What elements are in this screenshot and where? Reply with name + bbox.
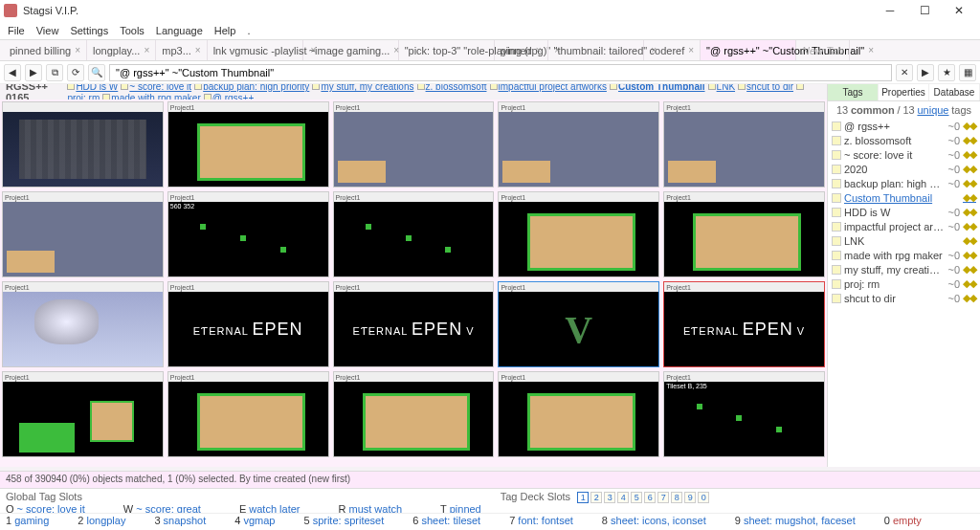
object-tag-chip[interactable]: Custom Thumbnail bbox=[618, 84, 705, 92]
thumbnail[interactable]: Project1 bbox=[167, 101, 329, 188]
tab[interactable]: New Tab bbox=[796, 40, 850, 60]
deck-item[interactable]: 7 font: fontset bbox=[509, 515, 573, 529]
deck-item[interactable]: 2 longplay bbox=[78, 515, 125, 529]
menu-tools[interactable]: Tools bbox=[120, 25, 145, 36]
deck-num-button[interactable]: 0 bbox=[698, 492, 709, 503]
object-tag-chip[interactable]: shcut to dir bbox=[746, 84, 793, 92]
panel-tag-item[interactable]: HDD is W~0◆◆ bbox=[828, 205, 980, 219]
run-button[interactable]: ▶ bbox=[917, 64, 934, 81]
thumbnail[interactable]: Project1 bbox=[2, 191, 164, 277]
tab-close-icon[interactable]: × bbox=[75, 45, 80, 55]
thumbnail[interactable]: Project1 bbox=[2, 371, 164, 457]
deck-num-button[interactable]: 2 bbox=[590, 492, 602, 503]
panel-tag-item[interactable]: 2020~0◆◆ bbox=[828, 162, 980, 176]
deck-item[interactable]: 6 sheet: tileset bbox=[412, 515, 480, 529]
object-tag-chip[interactable]: @ rgss++ bbox=[212, 93, 255, 99]
thumbnail[interactable]: Project1 bbox=[2, 281, 164, 367]
menu-.[interactable]: . bbox=[247, 25, 250, 36]
panel-tab-properties[interactable]: Properties bbox=[879, 84, 929, 100]
tab-close-icon[interactable]: × bbox=[688, 45, 694, 55]
menu-help[interactable]: Help bbox=[214, 25, 236, 36]
object-tag-chip[interactable]: LNK bbox=[717, 84, 735, 92]
deck-item[interactable]: 5 sprite: spriteset bbox=[303, 515, 384, 529]
tab-close-icon[interactable]: × bbox=[195, 45, 201, 55]
deck-num-button[interactable]: 6 bbox=[644, 492, 656, 503]
panel-tag-item[interactable]: z. blossomsoft~0◆◆ bbox=[828, 133, 980, 147]
tab[interactable]: ~image gaming...× bbox=[303, 40, 399, 60]
menu-view[interactable]: View bbox=[36, 25, 59, 36]
menu-language[interactable]: Language bbox=[156, 25, 203, 36]
panel-tag-item[interactable]: @ rgss++~0◆◆ bbox=[828, 119, 980, 133]
thumbnail[interactable]: Project1 bbox=[498, 101, 659, 188]
object-tag-chip[interactable]: z. blossomsoft bbox=[426, 84, 487, 92]
thumbnail[interactable]: Project1EƬERNAL EPEN V bbox=[663, 281, 825, 367]
screenshot-button[interactable]: ⧉ bbox=[46, 64, 63, 81]
object-tag-chip[interactable]: made with rpg maker bbox=[111, 93, 200, 99]
deck-num-button[interactable]: 1 bbox=[577, 492, 589, 503]
deck-item[interactable]: 4 vgmap bbox=[234, 515, 275, 529]
minimize-button[interactable]: ─ bbox=[873, 0, 907, 21]
thumbnail[interactable]: Project1 bbox=[333, 191, 495, 277]
object-tag-chip[interactable]: proj: rm bbox=[67, 93, 100, 99]
tab[interactable]: lnk vgmusic -playlist× bbox=[208, 40, 303, 60]
tab[interactable]: "@ rgss++" ~"Custom Thumbnail"× bbox=[701, 40, 796, 60]
panel-tag-item[interactable]: backup plan: high priority~0◆◆ bbox=[828, 176, 980, 190]
object-tag-chip[interactable]: ~ score: love it bbox=[129, 84, 191, 92]
panel-tab-database[interactable]: Database bbox=[929, 84, 980, 100]
lens-icon[interactable]: 🔍 bbox=[88, 64, 105, 81]
deck-num-button[interactable]: 9 bbox=[684, 492, 696, 503]
deck-num-button[interactable]: 3 bbox=[604, 492, 615, 503]
menu-file[interactable]: File bbox=[8, 25, 25, 36]
thumbnail[interactable]: Project1 bbox=[333, 371, 495, 457]
deck-item[interactable]: 3 snapshot bbox=[154, 515, 206, 529]
tab[interactable]: pinned billing× bbox=[4, 40, 87, 60]
object-tag-chip[interactable]: my stuff, my creations bbox=[321, 84, 413, 92]
panel-tag-item[interactable]: LNK◆◆ bbox=[828, 233, 980, 248]
panel-tag-item[interactable]: Custom Thumbnail◆◆ bbox=[828, 190, 980, 205]
thumbnail[interactable]: Project1560 352 bbox=[167, 191, 329, 277]
tab[interactable]: longplay...× bbox=[87, 40, 156, 60]
menu-settings[interactable]: Settings bbox=[70, 25, 108, 36]
object-tag-chip[interactable]: impactful project artworks bbox=[499, 84, 607, 92]
panel-tag-item[interactable]: made with rpg maker~0◆◆ bbox=[828, 248, 980, 262]
tab[interactable]: coderef× bbox=[644, 40, 702, 60]
thumbnail[interactable]: Project1 bbox=[498, 191, 659, 277]
nav-back-button[interactable]: ◀ bbox=[4, 64, 21, 81]
thumbnail[interactable]: Project1 bbox=[663, 191, 825, 277]
deck-item[interactable]: 0 empty bbox=[884, 515, 922, 529]
thumbnail[interactable]: Project1 bbox=[498, 371, 659, 457]
panel-tag-item[interactable]: shcut to dir~0◆◆ bbox=[828, 291, 980, 305]
nav-fwd-button[interactable]: ▶ bbox=[25, 64, 42, 81]
refresh-button[interactable]: ⟳ bbox=[67, 64, 84, 81]
thumbnail[interactable]: Project1 bbox=[333, 101, 495, 188]
search-input[interactable] bbox=[109, 64, 892, 81]
panel-tag-item[interactable]: my stuff, my creations~0◆◆ bbox=[828, 262, 980, 276]
thumbnail[interactable]: Project1 bbox=[663, 101, 825, 188]
panel-tag-item[interactable]: impactful project artworks~0◆◆ bbox=[828, 219, 980, 233]
deck-item[interactable]: 1 gaming bbox=[6, 515, 49, 529]
deck-num-button[interactable]: 8 bbox=[671, 492, 682, 503]
tab[interactable]: mp3...× bbox=[156, 40, 207, 60]
object-tag-chip[interactable]: backup plan: high priority bbox=[203, 84, 309, 92]
star-button[interactable]: ★ bbox=[938, 64, 955, 81]
thumbnail[interactable]: Project1EƬERNAL EPEN V bbox=[333, 281, 495, 367]
thumbnail[interactable]: Project1EƬERNAL EPEN bbox=[167, 281, 329, 367]
panel-tag-item[interactable]: proj: rm~0◆◆ bbox=[828, 276, 980, 291]
tab-close-icon[interactable]: × bbox=[868, 45, 874, 55]
thumbnail[interactable]: Project1V bbox=[498, 281, 659, 367]
thumbnail[interactable]: Project1Tileset B, 235 bbox=[663, 371, 825, 457]
deck-num-button[interactable]: 5 bbox=[631, 492, 642, 503]
panel-tag-item[interactable]: ~ score: love it~0◆◆ bbox=[828, 147, 980, 162]
tab[interactable]: "pick: top-3" "role-playing (rpg)"× bbox=[399, 40, 495, 60]
tab[interactable]: "thumbnail: tailored"× bbox=[548, 40, 644, 60]
thumbnail[interactable] bbox=[2, 101, 164, 188]
clear-button[interactable]: ✕ bbox=[896, 64, 913, 81]
deck-num-button[interactable]: 7 bbox=[657, 492, 669, 503]
maximize-button[interactable]: ☐ bbox=[907, 0, 942, 21]
deck-num-button[interactable]: 4 bbox=[617, 492, 629, 503]
tab[interactable]: pinned× bbox=[495, 40, 548, 60]
thumbnail[interactable]: Project1 bbox=[167, 371, 329, 457]
panel-tab-tags[interactable]: Tags bbox=[828, 84, 879, 100]
tab-close-icon[interactable]: × bbox=[536, 45, 542, 55]
close-button[interactable]: ✕ bbox=[942, 0, 976, 21]
